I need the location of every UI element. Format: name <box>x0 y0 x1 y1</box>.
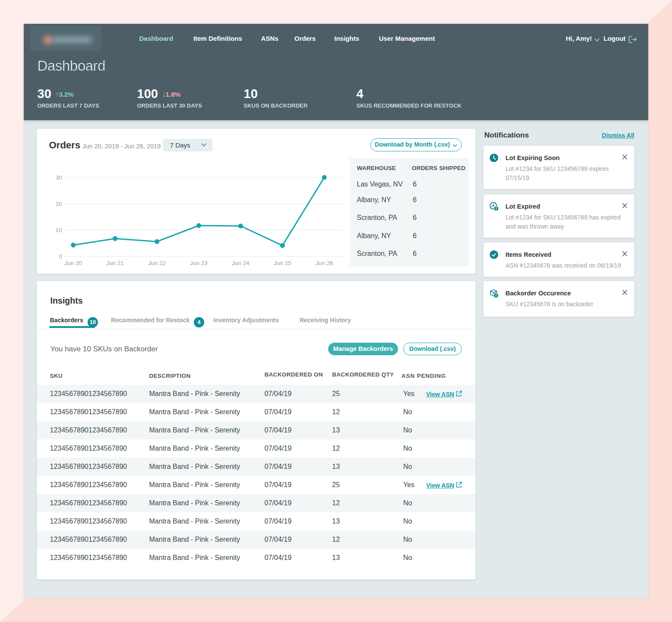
svg-text:10: 10 <box>55 227 62 233</box>
svg-text:Jun 24: Jun 24 <box>232 260 250 266</box>
svg-text:Jun 20: Jun 20 <box>65 260 82 266</box>
svg-text:30: 30 <box>55 174 62 181</box>
svg-text:Jun 26: Jun 26 <box>316 260 333 266</box>
svg-text:Jun 21: Jun 21 <box>106 260 124 266</box>
svg-text:20: 20 <box>55 201 62 207</box>
svg-text:Jun 22: Jun 22 <box>148 260 166 266</box>
svg-text:Jun 23: Jun 23 <box>190 260 208 266</box>
svg-text:0: 0 <box>59 253 62 260</box>
svg-text:Jun 25: Jun 25 <box>274 260 291 266</box>
